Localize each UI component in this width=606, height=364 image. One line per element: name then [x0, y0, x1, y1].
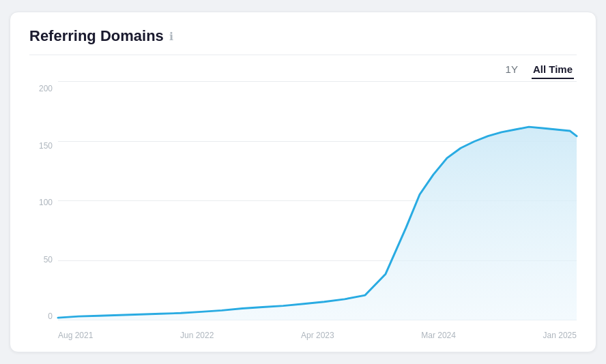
card-title: Referring Domains [29, 27, 164, 45]
y-label-100: 100 [29, 198, 58, 207]
chart-inner: Aug 2021 Jun 2022 Apr 2023 Mar 2024 Jan … [58, 82, 577, 339]
y-label-0: 0 [29, 312, 58, 320]
chart-area-fill [58, 127, 577, 320]
x-label-jan2025: Jan 2025 [543, 331, 577, 339]
x-label-mar2024: Mar 2024 [421, 331, 456, 339]
y-label-200: 200 [29, 85, 58, 93]
y-label-50: 50 [29, 256, 58, 264]
chart-controls: 1Y All Time [29, 61, 577, 79]
referring-domains-card: Referring Domains ℹ 1Y All Time 0 50 100… [10, 12, 596, 352]
x-axis: Aug 2021 Jun 2022 Apr 2023 Mar 2024 Jan … [58, 320, 577, 339]
y-label-150: 150 [29, 142, 58, 150]
info-icon[interactable]: ℹ [169, 30, 173, 43]
x-label-apr2023: Apr 2023 [301, 331, 334, 339]
chart-area: 0 50 100 150 200 [29, 82, 577, 339]
y-axis: 0 50 100 150 200 [29, 82, 58, 339]
time-btn-1y[interactable]: 1Y [504, 61, 519, 79]
chart-svg [58, 82, 577, 320]
x-label-aug2021: Aug 2021 [58, 331, 93, 339]
card-header: Referring Domains ℹ [29, 27, 577, 55]
time-btn-alltime[interactable]: All Time [532, 61, 574, 79]
x-label-jun2022: Jun 2022 [180, 331, 214, 339]
